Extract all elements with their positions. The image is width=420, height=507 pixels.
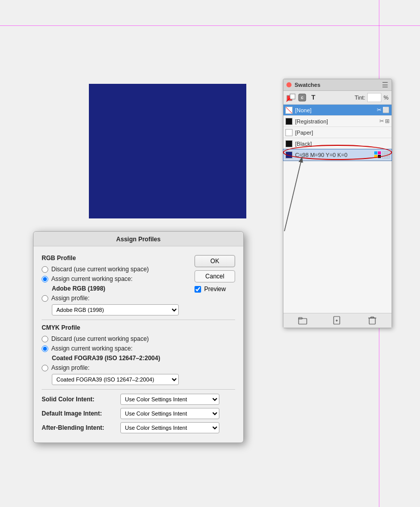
swatch-none-color <box>285 107 293 114</box>
rgb-assign-profile-row: Assign profile: <box>42 295 235 302</box>
assign-profiles-dialog: Assign Profiles OK Cancel Preview RGB Pr… <box>33 231 244 443</box>
cmyk-pattern-icon <box>382 151 390 159</box>
solid-color-intent-select[interactable]: Use Color Settings Intent Perceptual Sat… <box>120 394 219 405</box>
svg-rect-7 <box>378 151 381 154</box>
default-image-intent-label: Default Image Intent: <box>42 410 120 417</box>
cmyk-section-title: CMYK Profile <box>42 324 235 331</box>
panel-titlebar: Swatches ☰ <box>283 79 392 91</box>
preview-checkbox[interactable] <box>195 286 201 293</box>
swatch-cmyk-color <box>285 151 293 159</box>
svg-rect-6 <box>374 151 377 154</box>
new-page-icon <box>333 316 342 325</box>
dialog-titlebar: Assign Profiles <box>34 232 243 246</box>
solid-color-intent-row: Solid Color Intent: Use Color Settings I… <box>42 394 235 405</box>
swatch-registration-label: [Registration] <box>295 118 379 124</box>
swatch-paper-label: [Paper] <box>295 130 390 136</box>
swatch-row-paper[interactable]: [Paper] <box>283 127 392 138</box>
svg-rect-9 <box>378 155 381 158</box>
swatch-row-none[interactable]: [None] ✂ ⬜ <box>283 105 392 116</box>
preview-label: Preview <box>204 286 226 293</box>
swatch-registration-icons: ✂ ⊞ <box>379 118 390 124</box>
tint-percent: % <box>383 94 389 101</box>
ok-button[interactable]: OK <box>195 255 235 267</box>
rgb-discard-label: Discard (use current working space) <box>51 266 149 273</box>
preview-row: Preview <box>195 286 235 293</box>
svg-rect-17 <box>299 319 307 324</box>
cmyk-swatch-icon <box>374 151 381 159</box>
cmyk-assign-current-row: Assign current working space: <box>42 345 235 352</box>
panel-close-button[interactable] <box>286 82 292 87</box>
swatch-row-registration[interactable]: [Registration] ✂ ⊞ <box>283 116 392 127</box>
panel-empty-space <box>283 161 392 313</box>
trash-icon <box>368 316 377 325</box>
panel-title: Swatches <box>295 82 320 88</box>
cmyk-working-space-value: Coated FOGRA39 (ISO 12647–2:2004) <box>52 355 160 362</box>
blue-rectangle <box>89 84 246 218</box>
panel-menu-icon[interactable]: ☰ <box>382 81 389 89</box>
svg-rect-1 <box>290 94 295 99</box>
color-mode-icon[interactable]: c <box>298 93 307 102</box>
default-image-intent-row: Default Image Intent: Use Color Settings… <box>42 408 235 419</box>
rgb-discard-radio[interactable] <box>42 266 48 273</box>
swatch-cmyk-label: C=98 M=90 Y=0 K=0 <box>295 152 374 158</box>
swatch-cmyk-icons <box>374 151 390 159</box>
cancel-button[interactable]: Cancel <box>195 270 235 282</box>
swatch-none-icons: ✂ ⬜ <box>377 107 390 113</box>
delete-swatch-button[interactable] <box>367 315 377 326</box>
cmyk-assign-current-radio[interactable] <box>42 345 48 352</box>
rgb-assign-current-radio[interactable] <box>42 276 48 282</box>
svg-rect-22 <box>369 318 375 324</box>
cmyk-assign-profile-radio[interactable] <box>42 365 48 371</box>
panel-titlebar-left: Swatches <box>286 82 320 88</box>
swatch-scissors2-icon: ✂ <box>379 118 384 124</box>
after-blending-intent-select[interactable]: Use Color Settings Intent Perceptual Sat… <box>120 422 219 433</box>
tint-input[interactable] <box>367 93 381 102</box>
cmyk-profile-dropdown-row: Coated FOGRA39 (ISO 12647–2:2004) <box>52 374 235 385</box>
section-divider-2 <box>42 389 235 390</box>
cmyk-assign-current-label: Assign current working space: <box>51 345 133 352</box>
default-image-intent-select[interactable]: Use Color Settings Intent Perceptual Sat… <box>120 408 219 419</box>
swatch-registration-color <box>285 118 293 125</box>
swatch-row-black[interactable]: [Black] <box>283 138 392 149</box>
swatch-black-label: [Black] <box>295 141 390 147</box>
rgb-profile-select[interactable]: Adobe RGB (1998) <box>52 304 179 315</box>
panel-footer <box>283 313 392 328</box>
after-blending-intent-row: After-Blending Intent: Use Color Setting… <box>42 422 235 433</box>
solid-color-intent-label: Solid Color Intent: <box>42 396 120 403</box>
rgb-assign-profile-radio[interactable] <box>42 295 48 302</box>
new-color-group-button[interactable] <box>298 315 308 326</box>
swatch-paper-color <box>285 129 293 136</box>
fill-stroke-icon[interactable] <box>286 93 296 102</box>
guide-horizontal <box>0 25 420 26</box>
cmyk-assign-profile-row: Assign profile: <box>42 364 235 371</box>
swatches-panel: Swatches ☰ c T Tint: % <box>283 79 392 328</box>
tint-label: Tint: <box>354 94 365 101</box>
text-swatch-icon[interactable]: T <box>309 93 318 102</box>
rgb-working-space-value: Adobe RGB (1998) <box>52 285 105 292</box>
cmyk-discard-radio[interactable] <box>42 336 48 342</box>
svg-text:c: c <box>301 95 303 100</box>
cmyk-profile-select[interactable]: Coated FOGRA39 (ISO 12647–2:2004) <box>52 374 179 385</box>
new-swatch-button[interactable] <box>332 315 342 326</box>
swatch-list: [None] ✂ ⬜ [Registration] ✂ ⊞ [Paper] [B… <box>283 105 392 161</box>
swatch-none-label: [None] <box>295 107 377 113</box>
section-divider-1 <box>42 320 235 320</box>
cmyk-discard-label: Discard (use current working space) <box>51 335 149 342</box>
swatch-black-color <box>285 140 293 147</box>
rgb-profile-dropdown-row: Adobe RGB (1998) <box>52 304 235 315</box>
panel-controls: c T Tint: % <box>283 91 392 105</box>
cmyk-discard-row: Discard (use current working space) <box>42 335 235 342</box>
dialog-buttons: OK Cancel Preview <box>195 255 235 293</box>
swatch-row-cmyk[interactable]: C=98 M=90 Y=0 K=0 <box>283 149 392 161</box>
cmyk-working-space-block: Coated FOGRA39 (ISO 12647–2:2004) <box>52 355 235 362</box>
svg-rect-8 <box>374 155 377 158</box>
swatch-square-icon: ⬜ <box>382 107 390 113</box>
swatch-grid-icon: ⊞ <box>385 118 390 124</box>
rgb-assign-current-label: Assign current working space: <box>51 275 133 282</box>
after-blending-intent-label: After-Blending Intent: <box>42 424 120 431</box>
rgb-assign-profile-label: Assign profile: <box>51 295 89 302</box>
cmyk-assign-profile-label: Assign profile: <box>51 364 89 371</box>
swatch-scissors-icon: ✂ <box>377 107 381 113</box>
svg-text:T: T <box>311 93 315 101</box>
folder-icon <box>298 316 307 325</box>
